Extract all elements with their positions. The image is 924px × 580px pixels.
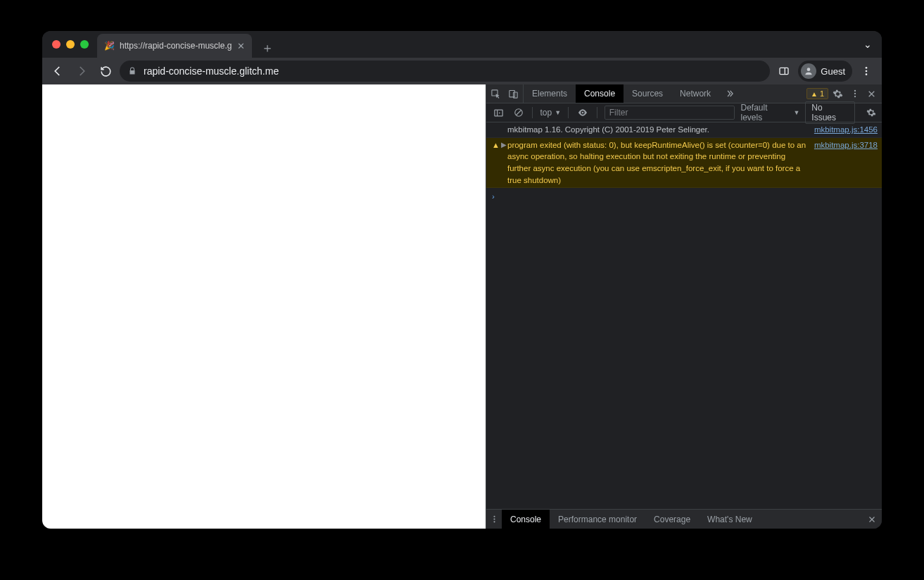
drawer-menu-button[interactable] <box>486 510 502 529</box>
browser-menu-button[interactable] <box>856 61 876 81</box>
devtools-inspect-strip <box>486 84 524 103</box>
devtools-tabbar: Elements Console Sources Network ▲ 1 <box>486 84 882 103</box>
new-tab-button[interactable]: ＋ <box>258 38 277 58</box>
svg-point-16 <box>582 112 584 114</box>
lock-icon <box>128 67 137 75</box>
console-toolbar: top ▼ Default levels ▼ No Issues <box>486 103 882 122</box>
titlebar: 🎉 https://rapid-concise-muscle.g ✕ ＋ ⌄ <box>42 31 882 58</box>
address-bar[interactable]: rapid-concise-muscle.glitch.me <box>120 61 770 82</box>
tab-network[interactable]: Network <box>671 84 719 103</box>
execution-context-selector[interactable]: top ▼ <box>540 108 561 118</box>
tab-console[interactable]: Console <box>576 84 624 103</box>
browser-window: 🎉 https://rapid-concise-muscle.g ✕ ＋ ⌄ r… <box>42 31 882 529</box>
console-prompt[interactable]: › <box>486 188 882 206</box>
tab-strip: 🎉 https://rapid-concise-muscle.g ✕ ＋ <box>97 31 277 58</box>
tab-favicon: 🎉 <box>104 41 114 51</box>
chevron-down-icon: ▼ <box>793 109 799 116</box>
devtools-close-button[interactable] <box>867 89 876 99</box>
issues-button[interactable]: No Issues <box>805 101 855 124</box>
tab-sources[interactable]: Sources <box>624 84 671 103</box>
svg-rect-7 <box>510 90 515 96</box>
tab-elements[interactable]: Elements <box>524 84 576 103</box>
svg-line-15 <box>516 111 521 115</box>
warnings-badge[interactable]: ▲ 1 <box>806 88 828 99</box>
profile-label: Guest <box>821 66 845 77</box>
url-text: rapid-concise-muscle.glitch.me <box>144 65 279 77</box>
warnings-count: 1 <box>820 89 824 98</box>
window-controls <box>52 40 89 49</box>
content-area: Elements Console Sources Network ▲ 1 <box>42 84 882 529</box>
tab-title: https://rapid-concise-muscle.g <box>120 41 232 51</box>
svg-point-3 <box>866 67 868 69</box>
devtools-panel: Elements Console Sources Network ▲ 1 <box>486 84 882 529</box>
warning-icon: ▲ <box>811 90 818 98</box>
browser-tab[interactable]: 🎉 https://rapid-concise-muscle.g ✕ <box>97 34 252 58</box>
live-expression-button[interactable] <box>576 106 590 120</box>
svg-point-2 <box>807 68 811 71</box>
tab-overflow-button[interactable]: ⌄ <box>863 39 872 50</box>
drawer-tab-whats-new[interactable]: What's New <box>699 510 761 529</box>
log-levels-selector[interactable]: Default levels ▼ <box>740 103 799 122</box>
svg-rect-12 <box>495 110 502 116</box>
avatar-icon <box>801 63 816 79</box>
tab-overflow-button[interactable] <box>719 84 740 103</box>
web-page[interactable] <box>42 84 486 529</box>
device-toolbar-icon[interactable] <box>508 89 519 99</box>
devtools-tabs: Elements Console Sources Network <box>524 84 740 103</box>
svg-point-19 <box>493 521 495 522</box>
devtools-menu-button[interactable] <box>850 89 860 99</box>
warning-icon: ▲ <box>492 139 500 152</box>
reload-button[interactable] <box>96 61 115 81</box>
drawer-close-button[interactable] <box>862 515 882 524</box>
browser-toolbar: rapid-concise-muscle.glitch.me Guest <box>42 58 882 84</box>
expand-caret-icon[interactable]: ▶ <box>501 139 507 151</box>
console-settings-button[interactable] <box>866 108 876 118</box>
minimize-window-button[interactable] <box>66 40 75 49</box>
console-output[interactable]: mkbitmap 1.16. Copyright (C) 2001-2019 P… <box>486 122 882 509</box>
svg-point-10 <box>854 93 856 94</box>
inspect-element-icon[interactable] <box>491 89 501 99</box>
console-message[interactable]: mkbitmap 1.16. Copyright (C) 2001-2019 P… <box>486 122 882 138</box>
context-label: top <box>540 108 552 118</box>
svg-point-4 <box>866 70 868 72</box>
console-message[interactable]: ▲ ▶ program exited (with status: 0), but… <box>486 138 882 189</box>
svg-rect-0 <box>780 68 788 74</box>
console-sidebar-toggle[interactable] <box>492 106 506 120</box>
svg-point-11 <box>854 96 856 97</box>
profile-chip[interactable]: Guest <box>798 61 852 82</box>
console-filter-input[interactable] <box>605 106 735 120</box>
message-text: program exited (with status: 0), but kee… <box>507 139 807 187</box>
svg-point-9 <box>854 90 856 92</box>
prompt-caret-icon: › <box>492 191 495 203</box>
close-window-button[interactable] <box>52 40 61 49</box>
clear-console-button[interactable] <box>512 106 526 120</box>
svg-point-18 <box>493 518 495 519</box>
levels-label: Default levels <box>740 103 790 122</box>
svg-point-17 <box>493 516 495 517</box>
drawer-tab-coverage[interactable]: Coverage <box>645 510 699 529</box>
message-text: mkbitmap 1.16. Copyright (C) 2001-2019 P… <box>507 124 807 136</box>
svg-point-5 <box>866 73 868 75</box>
chevron-down-icon: ▼ <box>555 109 561 116</box>
close-tab-button[interactable]: ✕ <box>237 41 245 51</box>
back-button[interactable] <box>48 61 68 81</box>
forward-button[interactable] <box>72 61 91 81</box>
drawer-tab-console[interactable]: Console <box>502 510 550 529</box>
devtools-drawer: Console Performance monitor Coverage Wha… <box>486 509 882 529</box>
drawer-tab-performance-monitor[interactable]: Performance monitor <box>550 510 645 529</box>
maximize-window-button[interactable] <box>80 40 89 49</box>
message-source-link[interactable]: mkbitmap.js:3718 <box>814 139 878 151</box>
message-source-link[interactable]: mkbitmap.js:1456 <box>814 124 878 136</box>
devtools-settings-button[interactable] <box>833 89 843 99</box>
side-panel-button[interactable] <box>774 61 794 81</box>
